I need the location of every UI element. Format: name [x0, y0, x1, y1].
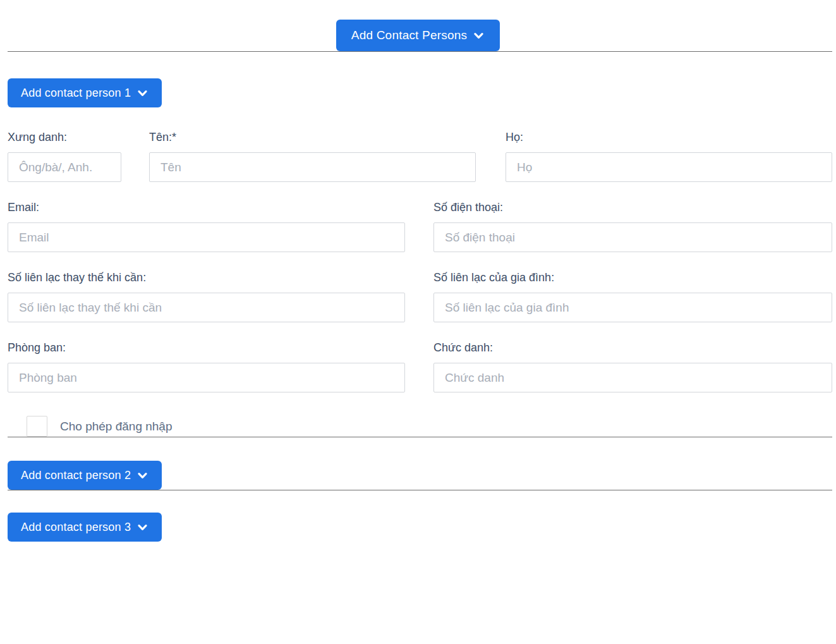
- divider: [8, 490, 832, 490]
- phone-field-group: Số điện thoại:: [433, 201, 832, 252]
- divider: [8, 51, 832, 52]
- phone-label: Số điện thoại:: [433, 201, 832, 214]
- last-name-input[interactable]: [506, 152, 832, 182]
- add-contact-person-3-button[interactable]: Add contact person 3: [8, 513, 162, 542]
- add-contact-person-2-button[interactable]: Add contact person 2: [8, 461, 162, 490]
- add-contact-person-2-button-label: Add contact person 2: [21, 469, 131, 482]
- chevron-down-icon: [473, 30, 485, 42]
- family-contact-label: Số liên lạc của gia đình:: [433, 271, 832, 284]
- job-title-input[interactable]: [433, 363, 832, 392]
- chevron-down-icon: [136, 470, 148, 482]
- job-title-field-group: Chức danh:: [433, 341, 832, 392]
- first-name-input[interactable]: [149, 152, 476, 182]
- contact-person-1-section: Add contact person 1 Xưng danh: Tên:* Họ…: [8, 78, 832, 437]
- family-contact-input[interactable]: [433, 293, 832, 322]
- department-input[interactable]: [8, 363, 405, 392]
- salutation-input[interactable]: [8, 152, 121, 182]
- contact-person-3-section: Add contact person 3: [8, 513, 832, 542]
- add-contact-person-1-button[interactable]: Add contact person 1: [8, 78, 162, 107]
- job-title-label: Chức danh:: [433, 341, 832, 355]
- alternate-contact-input[interactable]: [8, 293, 405, 322]
- salutation-field-group: Xưng danh:: [8, 131, 121, 182]
- alternate-contact-label: Số liên lạc thay thế khi cần:: [8, 271, 405, 284]
- chevron-down-icon: [136, 521, 148, 533]
- email-field-group: Email:: [8, 201, 405, 252]
- divider: [8, 437, 832, 437]
- first-name-field-group: Tên:*: [149, 131, 476, 182]
- alternate-contact-field-group: Số liên lạc thay thế khi cần:: [8, 271, 405, 322]
- department-label: Phòng ban:: [8, 341, 405, 355]
- contact-person-2-section: Add contact person 2: [8, 461, 832, 490]
- header: Add Contact Persons: [0, 0, 836, 51]
- allow-login-label: Cho phép đăng nhập: [60, 420, 173, 434]
- last-name-field-group: Họ:: [506, 131, 832, 182]
- last-name-label: Họ:: [506, 131, 832, 144]
- salutation-label: Xưng danh:: [8, 131, 121, 144]
- department-field-group: Phòng ban:: [8, 341, 405, 392]
- family-contact-field-group: Số liên lạc của gia đình:: [433, 271, 832, 322]
- email-input[interactable]: [8, 222, 405, 252]
- add-contact-person-3-button-label: Add contact person 3: [21, 521, 131, 534]
- phone-input[interactable]: [433, 222, 832, 252]
- allow-login-checkbox[interactable]: [27, 416, 47, 437]
- email-label: Email:: [8, 201, 405, 214]
- add-contact-person-1-button-label: Add contact person 1: [21, 87, 131, 100]
- chevron-down-icon: [136, 87, 148, 99]
- first-name-label: Tên:*: [149, 131, 476, 144]
- add-contact-persons-button[interactable]: Add Contact Persons: [336, 20, 500, 51]
- add-contact-persons-button-label: Add Contact Persons: [351, 28, 467, 42]
